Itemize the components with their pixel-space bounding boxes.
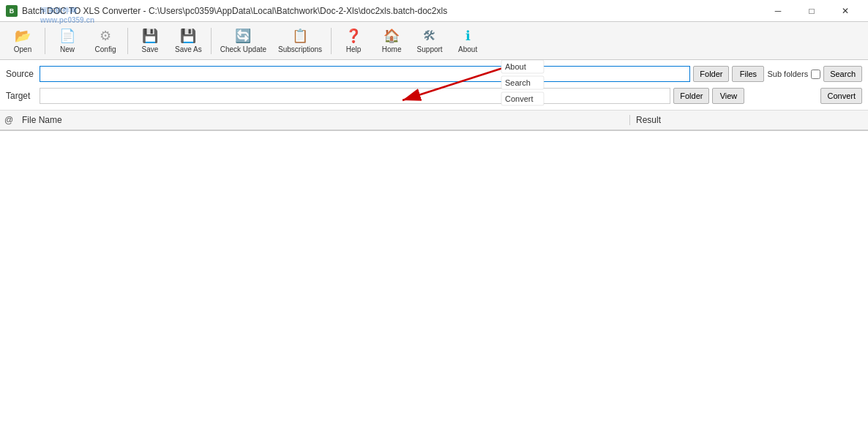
support-icon: 🛠	[422, 28, 438, 44]
minimize-button[interactable]: ─	[761, 0, 795, 22]
sub-folders-area: Sub folders	[767, 70, 820, 79]
col-filename-header: File Name	[19, 115, 629, 125]
sub-folders-label: Sub folders	[767, 70, 808, 78]
config-label: Config	[95, 45, 116, 53]
window-controls: ─ □ ✕	[761, 0, 862, 22]
toolbar-sep-1	[45, 28, 45, 54]
sub-folders-checkbox[interactable]	[811, 70, 820, 79]
about-button[interactable]: ℹ About	[449, 25, 486, 57]
source-files-button[interactable]: Files	[732, 66, 764, 82]
main-content: Source Folder Files Sub folders Search T…	[0, 60, 868, 434]
maximize-button[interactable]: □	[795, 0, 828, 22]
save-icon: 💾	[142, 28, 158, 44]
search-button[interactable]: Search	[823, 66, 862, 82]
check-update-icon: 🔄	[235, 28, 251, 44]
target-label: Target	[6, 91, 37, 101]
toolbar-sep-4	[331, 28, 332, 54]
support-button[interactable]: 🛠 Support	[411, 25, 448, 57]
home-button[interactable]: 🏠 Home	[373, 25, 410, 57]
save-label: Save	[142, 45, 159, 53]
help-label: Help	[346, 45, 362, 53]
table-header: @ File Name Result	[0, 111, 868, 131]
about-label: About	[458, 45, 477, 53]
form-area: Source Folder Files Sub folders Search T…	[0, 60, 868, 111]
new-icon: 📄	[59, 28, 75, 44]
config-icon: ⚙	[97, 28, 113, 44]
table-body	[0, 131, 868, 434]
table-area: @ File Name Result	[0, 111, 868, 434]
subscriptions-button[interactable]: 📋 Subscriptions	[273, 25, 327, 57]
check-update-button[interactable]: 🔄 Check Update	[215, 25, 272, 57]
open-button[interactable]: 📂 Open	[4, 25, 41, 57]
about-icon: ℹ	[460, 28, 476, 44]
source-input[interactable]	[40, 66, 690, 82]
save-as-icon: 💾	[180, 28, 196, 44]
source-label: Source	[6, 69, 37, 79]
source-folder-button[interactable]: Folder	[693, 66, 729, 82]
open-label: Open	[14, 45, 31, 53]
open-icon: 📂	[15, 28, 31, 44]
col-result-header: Result	[629, 115, 864, 125]
home-icon: 🏠	[384, 28, 400, 44]
save-as-label: Save As	[175, 45, 202, 53]
window-title: Batch DOC TO XLS Converter - C:\Users\pc…	[22, 6, 447, 16]
title-bar: B Batch DOC TO XLS Converter - C:\Users\…	[0, 0, 868, 22]
new-label: New	[60, 45, 75, 53]
home-label: Home	[382, 45, 402, 53]
toolbar: 📂 Open 📄 New ⚙ Config 💾 Save 💾 Save As 🔄…	[0, 22, 868, 60]
source-row: Source Folder Files Sub folders Search	[6, 64, 862, 83]
toolbar-sep-3	[211, 28, 212, 54]
close-button[interactable]: ✕	[828, 0, 862, 22]
help-icon: ❓	[345, 28, 362, 44]
subscriptions-label: Subscriptions	[278, 45, 322, 53]
config-button[interactable]: ⚙ Config	[87, 25, 124, 57]
help-button[interactable]: ❓ Help	[335, 25, 372, 57]
new-button[interactable]: 📄 New	[49, 25, 86, 57]
app-icon: B	[6, 5, 18, 17]
target-folder-button[interactable]: Folder	[673, 88, 709, 104]
support-label: Support	[417, 45, 443, 53]
view-button[interactable]: View	[712, 88, 744, 104]
save-button[interactable]: 💾 Save	[132, 25, 168, 57]
subscriptions-icon: 📋	[292, 28, 308, 44]
target-input[interactable]	[40, 88, 670, 104]
col-at-header: @	[4, 115, 19, 125]
check-update-label: Check Update	[220, 45, 266, 53]
convert-button[interactable]: Convert	[820, 88, 862, 104]
title-bar-left: B Batch DOC TO XLS Converter - C:\Users\…	[6, 5, 447, 17]
save-as-button[interactable]: 💾 Save As	[170, 25, 207, 57]
target-row: Target Folder View Convert	[6, 86, 862, 105]
toolbar-sep-2	[127, 28, 128, 54]
